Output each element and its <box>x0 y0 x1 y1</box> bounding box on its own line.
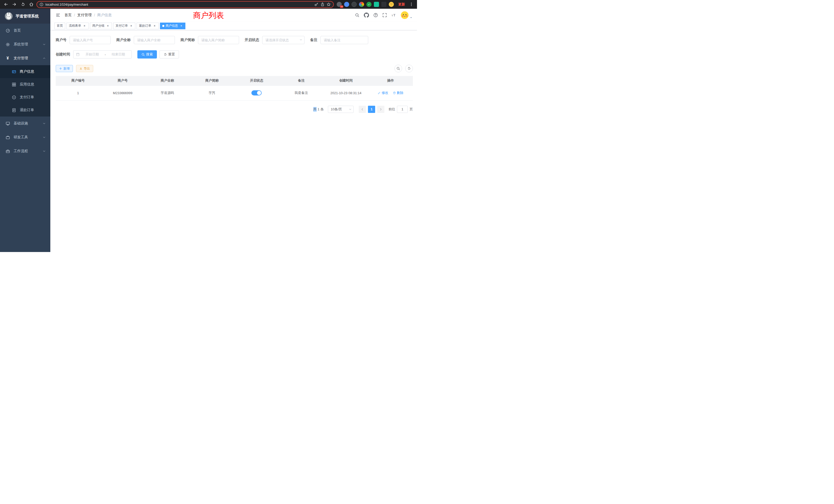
status-select[interactable] <box>262 36 305 44</box>
yen-icon: ¥ <box>5 56 10 61</box>
tab-close-icon[interactable]: × <box>129 24 133 28</box>
chevron-down-icon <box>43 122 46 125</box>
extension-dark-circle-icon[interactable] <box>352 2 357 7</box>
browser-refresh-button[interactable] <box>20 1 26 8</box>
search-icon <box>141 53 145 56</box>
next-page-button[interactable] <box>377 106 385 113</box>
tab-process-form[interactable]: 流程表单 × <box>66 23 89 29</box>
toolbar-right <box>394 65 413 72</box>
browser-home-button[interactable] <box>28 1 35 8</box>
address-bar[interactable]: localhost:1024/pay/merchant <box>37 1 334 8</box>
export-button[interactable]: 导出 <box>76 65 93 72</box>
browser-back-button[interactable] <box>3 1 9 8</box>
remark-input[interactable] <box>321 36 368 44</box>
tab-user-group[interactable]: 用户分组 × <box>90 23 112 29</box>
share-icon[interactable] <box>321 2 325 6</box>
merchant-table: 商户编号 商户号 商户全称 商户简称 开启状态 备注 创建时间 操作 1 M23… <box>56 76 413 100</box>
page-size-label: 10条/页 <box>331 107 342 112</box>
merchant-name-input[interactable] <box>134 36 175 44</box>
bookmark-star-icon[interactable] <box>327 2 331 6</box>
breadcrumb-home[interactable]: 首页 <box>64 13 72 18</box>
sidebar-item-merchant-info[interactable]: 商户信息 <box>0 65 50 78</box>
font-size-icon[interactable]: TT <box>391 13 396 18</box>
delete-link[interactable]: 删除 <box>393 91 403 95</box>
help-icon[interactable] <box>373 13 378 18</box>
goto-page-input[interactable] <box>397 106 408 113</box>
reset-button[interactable]: 重置 <box>159 50 179 59</box>
prev-page-button[interactable] <box>359 106 366 113</box>
tab-merchant-info[interactable]: 商户信息 × <box>160 23 185 29</box>
browser-forward-button[interactable] <box>11 1 18 8</box>
refresh-table-button[interactable] <box>405 65 413 72</box>
site-info-icon[interactable] <box>40 3 43 6</box>
sidebar-item-system[interactable]: 系统管理 <box>0 38 50 51</box>
main-area: 首页 / 支付管理 / 商户信息 T <box>50 9 417 252</box>
sidebar-item-infra[interactable]: 基础设施 <box>0 116 50 130</box>
url-text[interactable]: localhost:1024/pay/merchant <box>45 3 312 6</box>
extension-pin-icon[interactable] <box>381 2 387 7</box>
date-start-placeholder[interactable]: 开始日期 <box>82 52 103 57</box>
tab-close-icon[interactable]: × <box>106 24 110 28</box>
tags-view: 首页 流程表单 × 用户分组 × 支付订单 × 退款订单 × 商户信息 × <box>50 22 417 30</box>
page-size-select[interactable]: 10条/页 <box>328 106 354 113</box>
tab-label: 退款订单 <box>139 24 151 28</box>
merchant-no-input[interactable] <box>70 36 111 44</box>
create-time-range-picker[interactable]: 开始日期 - 结束日期 <box>73 50 132 59</box>
tab-close-icon[interactable]: × <box>83 24 86 28</box>
app-logo[interactable]: 芋道管理系统 <box>0 9 50 24</box>
search-button[interactable]: 搜索 <box>137 50 157 59</box>
cell-remark: 我是备注 <box>279 86 324 100</box>
date-end-placeholder[interactable]: 结束日期 <box>108 52 129 57</box>
sidebar-item-refund-order[interactable]: 退款订单 <box>0 104 50 116</box>
delete-link-label: 删除 <box>397 91 403 95</box>
extension-adblock-icon[interactable]: 10 <box>337 2 342 7</box>
github-icon[interactable] <box>364 13 369 18</box>
col-create-time: 创建时间 <box>324 76 368 86</box>
tab-home[interactable]: 首页 <box>54 23 65 29</box>
tab-refund-order[interactable]: 退款订单 × <box>137 23 159 29</box>
hamburger-icon[interactable] <box>50 13 64 18</box>
cell-merchant-name: 芋道源码 <box>145 86 190 100</box>
tab-pay-order[interactable]: 支付订单 × <box>113 23 135 29</box>
sidebar-item-app-info[interactable]: 应用信息 <box>0 78 50 91</box>
browser-update-button[interactable]: 更新 <box>397 2 407 7</box>
chevron-down-icon <box>43 136 46 139</box>
sidebar-item-dev-tools[interactable]: 研发工具 <box>0 130 50 144</box>
sidebar-item-pay[interactable]: ¥ 支付管理 <box>0 51 50 65</box>
edit-pencil-icon <box>378 91 381 94</box>
edit-link[interactable]: 修改 <box>378 91 388 95</box>
extension-blue-drop-icon[interactable] <box>344 2 349 7</box>
filter-merchant-name: 商户全称 <box>116 36 175 44</box>
sidebar-item-workflow[interactable]: 工作流程 <box>0 144 50 158</box>
sidebar-submenu-pay: 商户信息 应用信息 支付订单 退款订单 <box>0 65 50 116</box>
gear-icon <box>5 42 10 47</box>
extension-emoji-icon[interactable]: ツ <box>389 2 394 7</box>
sidebar-item-pay-order[interactable]: 支付订单 <box>0 91 50 104</box>
show-search-button[interactable] <box>394 65 402 72</box>
page-number-1[interactable]: 1 <box>368 106 375 113</box>
search-icon[interactable] <box>355 13 359 18</box>
extension-green-check-icon[interactable]: ✓ <box>367 2 372 7</box>
status-toggle[interactable] <box>251 90 262 95</box>
status-select-input[interactable] <box>262 36 305 44</box>
col-status: 开启状态 <box>235 76 279 86</box>
extension-multicolor-icon[interactable] <box>359 2 364 7</box>
tab-close-icon[interactable]: × <box>153 24 156 28</box>
browser-menu-icon[interactable] <box>408 2 414 6</box>
filter-merchant-no: 商户号 <box>56 36 111 44</box>
sidebar-item-label: 工作流程 <box>14 149 28 154</box>
breadcrumb-pay[interactable]: 支付管理 <box>77 13 92 18</box>
cell-merchant-no: M233666999 <box>101 86 145 100</box>
breadcrumb-current: 商户信息 <box>97 13 112 18</box>
extension-green-square-icon[interactable] <box>374 2 379 7</box>
tab-close-icon[interactable]: × <box>179 24 183 28</box>
add-button[interactable]: 新增 <box>56 65 73 72</box>
merchant-short-input[interactable] <box>198 36 239 44</box>
app-title: 芋道管理系统 <box>16 14 39 19</box>
sidebar-item-home[interactable]: 首页 <box>0 24 50 38</box>
page-content: 商户号 商户全称 商户简称 开启状态 <box>50 30 417 252</box>
col-merchant-no: 商户号 <box>101 76 145 86</box>
fullscreen-icon[interactable] <box>382 13 387 18</box>
password-key-icon[interactable] <box>314 2 319 6</box>
user-avatar[interactable] <box>401 11 412 19</box>
